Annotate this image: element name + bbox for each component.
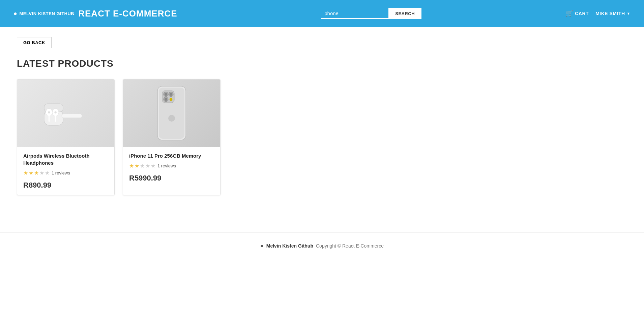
product-image-container [17, 79, 114, 147]
user-dropdown[interactable]: MIKE SMITH ▼ [595, 11, 631, 16]
search-button[interactable]: SEARCH [388, 8, 421, 19]
footer-brand: Melvin Kisten Github [266, 243, 313, 249]
product-name: iPhone 11 Pro 256GB Memory [129, 152, 214, 159]
star-5: ★ [151, 163, 155, 169]
star-2: ★ [29, 170, 33, 176]
product-rating: ★ ★ ★ ★ ★ 1 reviews [23, 170, 108, 176]
reviews-count: 1 reviews [52, 170, 70, 175]
star-rating: ★ ★ ★ ★ ★ [23, 170, 50, 176]
star-5: ★ [45, 170, 50, 176]
svg-point-7 [48, 111, 50, 113]
svg-point-8 [54, 111, 56, 113]
star-2: ★ [135, 163, 139, 169]
header-right: 🛒 CART MIKE SMITH ▼ [565, 10, 631, 17]
search-input[interactable] [321, 8, 388, 19]
header-brand-user: ● MELVIN KISTEN GITHUB [13, 10, 74, 17]
reviews-count: 1 reviews [157, 163, 176, 168]
footer-user-circle-icon: ● [260, 243, 264, 249]
cart-label: CART [575, 11, 589, 16]
product-image-container [123, 79, 220, 147]
section-title: LATEST PRODUCTS [17, 58, 627, 69]
svg-point-18 [170, 98, 172, 101]
user-circle-icon: ● [13, 10, 17, 17]
svg-point-13 [165, 93, 167, 96]
site-title: REACT E-COMMERCE [78, 8, 177, 19]
star-4: ★ [145, 163, 150, 169]
svg-rect-6 [62, 114, 82, 118]
product-card[interactable]: Airpods Wireless Bluetooth Headphones ★ … [17, 79, 115, 195]
star-3: ★ [140, 163, 145, 169]
star-rating: ★ ★ ★ ★ ★ [129, 163, 155, 169]
cart-icon: 🛒 [565, 10, 573, 17]
star-1: ★ [129, 163, 134, 169]
star-4: ★ [39, 170, 44, 176]
product-card[interactable]: iPhone 11 Pro 256GB Memory ★ ★ ★ ★ ★ 1 r… [123, 79, 221, 195]
product-info: Airpods Wireless Bluetooth Headphones ★ … [17, 147, 114, 195]
product-price: R890.99 [23, 181, 108, 190]
chevron-down-icon: ▼ [627, 11, 631, 15]
search-form: SEARCH [321, 8, 421, 19]
product-price: R5990.99 [129, 174, 214, 183]
product-rating: ★ ★ ★ ★ ★ 1 reviews [129, 163, 214, 169]
airpods-image [17, 79, 114, 147]
cart-link[interactable]: 🛒 CART [565, 10, 589, 17]
go-back-button[interactable]: GO BACK [17, 37, 52, 48]
star-3: ★ [34, 170, 39, 176]
iphone-image [123, 79, 220, 147]
product-grid: Airpods Wireless Bluetooth Headphones ★ … [17, 79, 627, 195]
product-name: Airpods Wireless Bluetooth Headphones [23, 152, 108, 166]
star-1: ★ [23, 170, 28, 176]
svg-point-15 [170, 93, 172, 96]
main-content: GO BACK LATEST PRODUCTS [0, 27, 644, 205]
header: ● MELVIN KISTEN GITHUB REACT E-COMMERCE … [0, 0, 644, 27]
svg-point-17 [165, 98, 167, 101]
svg-point-19 [168, 115, 175, 122]
footer-copyright: Copyright © React E-Commerce [316, 243, 384, 249]
user-name-label: MIKE SMITH [595, 11, 625, 16]
product-info: iPhone 11 Pro 256GB Memory ★ ★ ★ ★ ★ 1 r… [123, 147, 220, 188]
footer: ● Melvin Kisten Github Copyright © React… [0, 232, 644, 259]
brand-user-label: MELVIN KISTEN GITHUB [19, 11, 74, 16]
header-left: ● MELVIN KISTEN GITHUB REACT E-COMMERCE [13, 8, 177, 19]
